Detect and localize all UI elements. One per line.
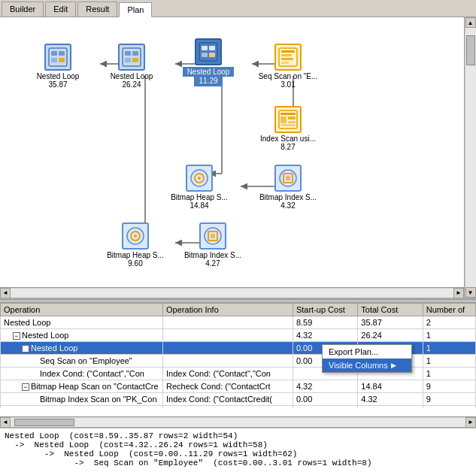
number-of: 9 bbox=[423, 380, 475, 393]
startup-cost: 4.32 bbox=[293, 329, 357, 342]
hscroll-left-btn[interactable]: ◄ bbox=[0, 288, 11, 298]
node-bis2-label: Bitmap Index S... bbox=[184, 251, 241, 259]
operation-info bbox=[163, 342, 293, 355]
operation-info bbox=[163, 316, 293, 329]
table-row[interactable]: −Nested Loop4.3226.241 bbox=[1, 329, 476, 342]
node-bis1-icon bbox=[274, 165, 302, 192]
plan-diagram: Nested Loop 35.87 Nested Loop 26.24 bbox=[0, 17, 476, 299]
node-nl2[interactable]: Nested Loop 26.24 bbox=[102, 44, 162, 89]
number-of: 1 bbox=[423, 368, 475, 380]
table-row[interactable]: Bitmap Index Scan on "PK_ConIndex Cond: … bbox=[1, 393, 476, 406]
tab-result[interactable]: Result bbox=[77, 2, 117, 17]
node-bhs2-cost: 9.60 bbox=[128, 259, 142, 268]
svg-rect-20 bbox=[132, 58, 138, 62]
svg-rect-29 bbox=[281, 58, 293, 60]
grid-hscroll[interactable]: ◄ ► bbox=[0, 416, 476, 427]
svg-rect-32 bbox=[280, 113, 296, 115]
number-of bbox=[423, 406, 475, 409]
tab-builder[interactable]: Builder bbox=[2, 2, 44, 17]
startup-cost: 4.32 bbox=[293, 380, 357, 393]
diagram-hscroll[interactable]: ◄ ► bbox=[0, 287, 464, 298]
node-bhs1-cost: 14.84 bbox=[189, 201, 208, 210]
tab-edit[interactable]: Edit bbox=[45, 2, 76, 17]
node-ss1-label: Seq Scan on "E... bbox=[259, 72, 318, 80]
total-cost: 14.84 bbox=[358, 380, 423, 393]
node-is1-cost: 8.27 bbox=[280, 143, 295, 151]
node-bhs2-icon bbox=[122, 222, 149, 250]
node-nl1-label: Nested Loop bbox=[37, 72, 80, 80]
node-ss1[interactable]: Seq Scan on "E... 3.01 bbox=[254, 44, 322, 89]
svg-rect-23 bbox=[209, 46, 215, 50]
node-bhs1[interactable]: Bitmap Heap S... 14.84 bbox=[165, 165, 233, 210]
expand-icon[interactable]: − bbox=[22, 345, 29, 352]
node-nl3-cost: 11.29 bbox=[194, 77, 222, 86]
node-ss1-cost: 3.01 bbox=[280, 80, 295, 89]
node-is1-icon bbox=[274, 106, 302, 133]
node-bhs1-label: Bitmap Heap S... bbox=[171, 193, 228, 201]
grid-area: Operation Operation Info Start-up Cost T… bbox=[0, 303, 476, 427]
svg-rect-16 bbox=[123, 48, 141, 66]
svg-rect-35 bbox=[288, 121, 296, 123]
hscroll-track bbox=[11, 289, 453, 298]
svg-rect-21 bbox=[199, 43, 217, 61]
context-menu-visible-cols-label: Visible Columns bbox=[329, 361, 388, 370]
node-bis2-icon bbox=[199, 222, 226, 250]
table-row[interactable]: Bitmap Heap Scan on "EmployeeAdRecheck C… bbox=[1, 406, 476, 409]
col-number[interactable]: Number of bbox=[423, 304, 475, 316]
svg-rect-25 bbox=[209, 53, 215, 57]
node-bis1-label: Bitmap Index S... bbox=[259, 193, 317, 201]
operation-info: Index Cond: ("ContactCredit( bbox=[163, 393, 293, 406]
expand-icon[interactable]: − bbox=[13, 332, 20, 340]
tab-plan[interactable]: Plan bbox=[119, 2, 152, 17]
diagram-scrollbar[interactable]: ▲ ▼ bbox=[464, 17, 476, 298]
operation-label: Seq Scan on "Employee" bbox=[40, 356, 132, 365]
node-is1[interactable]: Index Scan usi... 8.27 bbox=[254, 106, 322, 151]
table-row[interactable]: Nested Loop8.5935.872 bbox=[1, 316, 476, 329]
output-line: -> Seq Scan on "Employee" (cost=0.00..3.… bbox=[5, 458, 471, 467]
node-bis2[interactable]: Bitmap Index S... 4.27 bbox=[179, 222, 247, 268]
svg-rect-14 bbox=[51, 58, 57, 62]
expand-icon[interactable]: − bbox=[22, 383, 29, 391]
operation-label: Nested Loop bbox=[31, 343, 77, 352]
startup-cost: 0.00 bbox=[293, 393, 357, 406]
operation-label: Nested Loop bbox=[4, 318, 50, 327]
scroll-thumb[interactable] bbox=[466, 35, 475, 65]
svg-rect-19 bbox=[125, 58, 131, 62]
col-info[interactable]: Operation Info bbox=[163, 304, 293, 316]
table-row[interactable]: −Bitmap Heap Scan on "ContactCreRecheck … bbox=[1, 380, 476, 393]
node-nl3[interactable]: Nested Loop 11.29 bbox=[178, 38, 238, 86]
col-total[interactable]: Total Cost bbox=[358, 304, 423, 316]
node-bhs1-icon bbox=[186, 165, 213, 192]
node-bis1-cost: 4.32 bbox=[280, 201, 295, 210]
grid-hscroll-left[interactable]: ◄ bbox=[0, 417, 11, 428]
number-of: 1 bbox=[423, 329, 475, 342]
col-startup[interactable]: Start-up Cost bbox=[293, 304, 357, 316]
tabs-bar: Builder Edit Result Plan bbox=[0, 0, 476, 17]
grid-hscroll-track bbox=[11, 418, 465, 427]
total-cost: 4.32 bbox=[358, 393, 423, 406]
node-bhs2-label: Bitmap Heap S... bbox=[107, 251, 164, 259]
context-menu-visible-cols[interactable]: Visible Columns ▶ bbox=[323, 359, 411, 372]
operation-label: Bitmap Heap Scan on "ContactCre bbox=[31, 382, 159, 391]
svg-rect-28 bbox=[281, 54, 292, 56]
svg-rect-12 bbox=[51, 51, 57, 56]
col-operation[interactable]: Operation bbox=[1, 304, 163, 316]
diagram-canvas[interactable]: Nested Loop 35.87 Nested Loop 26.24 bbox=[0, 17, 476, 273]
node-bis2-cost: 4.27 bbox=[205, 259, 220, 268]
operation-label: Bitmap Index Scan on "PK_Con bbox=[40, 395, 157, 404]
context-menu-export[interactable]: Export Plan... bbox=[323, 345, 411, 359]
grid-hscroll-right[interactable]: ► bbox=[465, 417, 476, 428]
scroll-up-btn[interactable]: ▲ bbox=[465, 17, 476, 28]
hscroll-right-btn[interactable]: ► bbox=[453, 288, 464, 298]
text-output: Nested Loop (cost=8.59..35.87 rows=2 wid… bbox=[0, 427, 476, 472]
scroll-down-btn[interactable]: ▼ bbox=[465, 287, 476, 298]
svg-rect-17 bbox=[125, 51, 131, 56]
node-bhs2[interactable]: Bitmap Heap S... 9.60 bbox=[102, 222, 169, 268]
operation-info bbox=[163, 355, 293, 368]
grid-hscroll-thumb[interactable] bbox=[14, 419, 74, 426]
node-nl1[interactable]: Nested Loop 35.87 bbox=[28, 44, 88, 89]
operation-info bbox=[163, 329, 293, 342]
node-bis1[interactable]: Bitmap Index S... 4.32 bbox=[254, 165, 322, 210]
svg-point-39 bbox=[198, 177, 201, 180]
node-nl3-icon bbox=[195, 38, 222, 65]
